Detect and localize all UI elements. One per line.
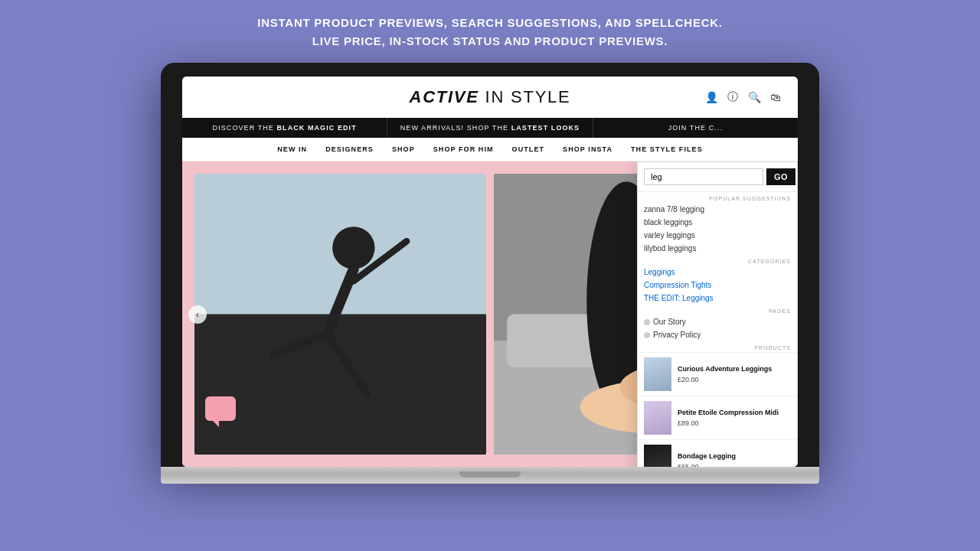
product-thumb-3	[644, 445, 671, 467]
suggestion-2[interactable]: black leggings	[638, 216, 797, 229]
product-1[interactable]: Curious Adventure Leggings £20.00	[638, 352, 797, 396]
suggestion-4[interactable]: lilybod leggings	[638, 242, 797, 255]
product-name-2: Petite Etoile Compression Midi	[678, 409, 791, 418]
product-info-3: Bondage Legging £65.00	[678, 452, 791, 467]
page-our-story[interactable]: Our Story	[638, 315, 797, 328]
top-banner: INSTANT PRODUCT PREVIEWS, SEARCH SUGGEST…	[0, 0, 980, 63]
nav-new-in[interactable]: NEW IN	[277, 145, 307, 153]
help-icon[interactable]: ⓘ	[726, 90, 740, 104]
product-price-2: £89.00	[678, 419, 791, 427]
nav-shop[interactable]: SHOP	[392, 145, 415, 153]
nav-shop-insta[interactable]: SHOP INSTA	[563, 145, 612, 153]
product-3[interactable]: Bondage Legging £65.00	[638, 439, 797, 467]
logo-style: STYLE	[511, 87, 571, 106]
page-privacy[interactable]: Privacy Policy	[638, 328, 797, 341]
banner-line2: LIVE PRICE, IN-STOCK STATUS AND PRODUCT …	[31, 32, 949, 51]
logo-active: ACTIVE	[409, 87, 479, 106]
website: ACTIVE IN STYLE 👤 ⓘ 🔍 🛍 DISCOVER THE BL	[182, 77, 798, 467]
logo-in: IN	[485, 87, 511, 106]
suggestion-1[interactable]: zanna 7/8 legging	[638, 203, 797, 216]
search-input[interactable]	[644, 168, 763, 185]
product-thumb-2	[644, 401, 671, 435]
announcement-bar: DISCOVER THE BLACK MAGIC EDIT NEW ARRIVA…	[182, 118, 798, 138]
category-edit[interactable]: THE EDIT: Leggings	[638, 292, 797, 305]
nav-outlet[interactable]: OUTLET	[512, 145, 544, 153]
main-nav: NEW IN DESIGNERS SHOP SHOP FOR HIM OUTLE…	[182, 138, 798, 161]
pages-label: PAGES	[638, 305, 797, 315]
product-info-1: Curious Adventure Leggings £20.00	[678, 365, 791, 383]
laptop-frame: ACTIVE IN STYLE 👤 ⓘ 🔍 🛍 DISCOVER THE BL	[161, 63, 819, 484]
product-name-3: Bondage Legging	[678, 452, 791, 461]
announcement-2[interactable]: NEW ARRIVALS! SHOP THE LASTEST LOOKS	[387, 118, 593, 138]
page-dot-icon-2	[644, 332, 650, 338]
account-icon[interactable]: 👤	[704, 90, 718, 104]
product-price-3: £65.00	[678, 463, 791, 467]
search-input-row: GO	[638, 162, 797, 192]
site-logo: ACTIVE IN STYLE	[409, 87, 570, 107]
category-leggings[interactable]: Leggings	[638, 266, 797, 279]
nav-designers[interactable]: DESIGNERS	[325, 145, 374, 153]
products-label: PRODUCTS	[638, 341, 797, 352]
popular-suggestions-label: POPULAR SUGGESTIONS	[638, 192, 797, 203]
product-name-1: Curious Adventure Leggings	[678, 365, 791, 374]
nav-style-files[interactable]: THE STYLE FILES	[631, 145, 703, 153]
nav-shop-him[interactable]: SHOP FOR HIM	[433, 145, 494, 153]
go-button[interactable]: GO	[766, 168, 795, 185]
product-price-1: £20.00	[678, 376, 791, 383]
banner-line1: INSTANT PRODUCT PREVIEWS, SEARCH SUGGEST…	[31, 14, 949, 32]
page-dot-icon	[644, 319, 650, 325]
category-compression[interactable]: Compression Tights	[638, 279, 797, 292]
cart-icon[interactable]: 🛍	[769, 90, 782, 104]
svg-rect-1	[194, 315, 486, 455]
hero-photo-yoga	[194, 174, 486, 455]
laptop-base	[161, 467, 819, 484]
header-icons: 👤 ⓘ 🔍 🛍	[704, 90, 782, 104]
suggestion-3[interactable]: varley leggings	[638, 229, 797, 242]
categories-label: CATEGORIES	[638, 255, 797, 266]
svg-point-2	[332, 227, 374, 269]
laptop-screen: ACTIVE IN STYLE 👤 ⓘ 🔍 🛍 DISCOVER THE BL	[182, 77, 798, 467]
laptop-body: ACTIVE IN STYLE 👤 ⓘ 🔍 🛍 DISCOVER THE BL	[161, 63, 819, 467]
product-info-2: Petite Etoile Compression Midi £89.00	[678, 409, 791, 427]
search-icon[interactable]: 🔍	[747, 90, 761, 104]
announcement-3[interactable]: JOIN THE C...	[593, 118, 798, 138]
product-thumb-1	[644, 357, 671, 391]
search-dropdown: GO POPULAR SUGGESTIONS zanna 7/8 legging…	[637, 161, 798, 467]
laptop-notch	[459, 471, 521, 478]
content-area: ‹ › GO POPULAR SUGGESTIONS	[182, 161, 798, 467]
announcement-1[interactable]: DISCOVER THE BLACK MAGIC EDIT	[182, 118, 387, 138]
carousel-prev-button[interactable]: ‹	[188, 305, 207, 324]
chat-bubble[interactable]	[205, 396, 236, 421]
product-2[interactable]: Petite Etoile Compression Midi £89.00	[638, 396, 797, 439]
site-topbar: ACTIVE IN STYLE 👤 ⓘ 🔍 🛍	[182, 77, 798, 118]
